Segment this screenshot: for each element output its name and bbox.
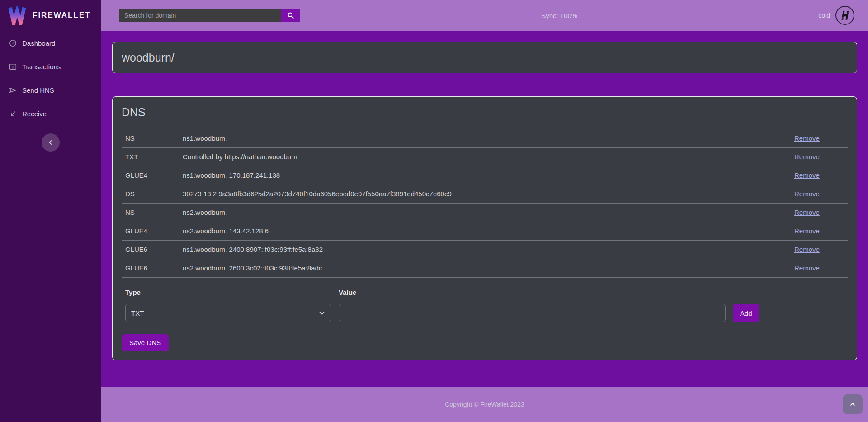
main-area: woodburn/ DNS NS ns1.woodburn. Remove TX…	[101, 31, 868, 387]
sidebar-item-label: Send HNS	[22, 86, 54, 94]
record-type: GLUE4	[122, 166, 179, 185]
brand-name: FIREWALLET	[33, 11, 91, 20]
value-column-header: Value	[335, 285, 729, 300]
type-column-header: Type	[122, 285, 335, 300]
record-type: NS	[122, 129, 179, 148]
remove-record-link[interactable]: Remove	[794, 264, 820, 272]
sidebar: FIREWALLET Dashboard	[0, 0, 101, 422]
remove-record-link[interactable]: Remove	[794, 227, 820, 235]
search-button[interactable]	[281, 9, 300, 22]
remove-record-link[interactable]: Remove	[794, 153, 820, 161]
domain-title-card: woodburn/	[112, 42, 857, 73]
record-value: ns1.woodburn. 170.187.241.138	[179, 166, 791, 185]
sidebar-item-label: Receive	[22, 110, 47, 118]
brand[interactable]: FIREWALLET	[0, 0, 101, 31]
sync-status: Sync: 100%	[300, 12, 818, 19]
remove-record-link[interactable]: Remove	[794, 134, 820, 142]
chevron-left-icon	[47, 139, 54, 146]
dns-record-row: NS ns1.woodburn. Remove	[122, 129, 848, 148]
hns-logo-icon[interactable]	[835, 6, 854, 25]
dns-record-row: GLUE6 ns1.woodburn. 2400:8907::f03c:93ff…	[122, 241, 848, 259]
dns-card: DNS NS ns1.woodburn. Remove TXT Controll…	[112, 96, 857, 360]
record-value: ns2.woodburn. 143.42.128.6	[179, 222, 791, 241]
dns-record-row: TXT Controlled by https://nathan.woodbur…	[122, 148, 848, 166]
app-root: FIREWALLET Dashboard	[0, 0, 868, 422]
remove-record-link[interactable]: Remove	[794, 171, 820, 179]
record-type: GLUE6	[122, 259, 179, 278]
save-dns-button[interactable]: Save DNS	[122, 334, 169, 351]
record-type: DS	[122, 185, 179, 204]
add-record-button[interactable]: Add	[733, 304, 760, 322]
record-value: ns2.woodburn. 2600:3c02::f03c:93ff:fe5a:…	[179, 259, 791, 278]
wallet-indicator: cold	[818, 6, 854, 25]
remove-record-link[interactable]: Remove	[794, 209, 820, 216]
record-value-input[interactable]	[339, 304, 726, 322]
record-value: ns2.woodburn.	[179, 204, 791, 222]
sidebar-item-transactions[interactable]: Transactions	[0, 55, 101, 78]
firewallet-logo-icon	[8, 6, 26, 25]
dns-record-row: GLUE4 ns1.woodburn. 170.187.241.138 Remo…	[122, 166, 848, 185]
sidebar-item-send-hns[interactable]: Send HNS	[0, 78, 101, 102]
sidebar-collapse-button[interactable]	[42, 133, 60, 152]
dns-records-table: NS ns1.woodburn. Remove TXT Controlled b…	[122, 129, 848, 278]
record-value: 30273 13 2 9a3a8fb3d625d2a2073d740f10da6…	[179, 185, 791, 204]
dns-record-row: NS ns2.woodburn. Remove	[122, 204, 848, 222]
footer: Copyright © FireWallet 2023	[101, 387, 868, 422]
add-record-row: TXT	[122, 300, 848, 326]
wallet-name: cold	[818, 12, 830, 19]
page-title: woodburn/	[122, 51, 175, 64]
add-record-table: Type Value TXT	[122, 285, 848, 326]
sidebar-item-label: Dashboard	[22, 39, 55, 47]
dashboard-gauge-icon	[9, 39, 17, 47]
send-icon	[9, 86, 17, 94]
record-value: ns1.woodburn.	[179, 129, 791, 148]
search-input[interactable]	[119, 9, 281, 22]
sidebar-nav: Dashboard Transactions S	[0, 31, 101, 125]
record-type: NS	[122, 204, 179, 222]
content-column: Sync: 100% cold woodburn/	[101, 0, 868, 422]
chevron-up-icon	[849, 401, 856, 408]
dns-record-row: GLUE4 ns2.woodburn. 143.42.128.6 Remove	[122, 222, 848, 241]
dns-record-row: GLUE6 ns2.woodburn. 2600:3c02::f03c:93ff…	[122, 259, 848, 278]
topbar: Sync: 100% cold	[101, 0, 868, 31]
record-type-select[interactable]: TXT	[125, 304, 331, 322]
remove-record-link[interactable]: Remove	[794, 246, 820, 253]
remove-record-link[interactable]: Remove	[794, 190, 820, 198]
sidebar-item-receive[interactable]: Receive	[0, 102, 101, 125]
dns-heading: DNS	[122, 106, 848, 119]
record-type: GLUE6	[122, 241, 179, 259]
search-icon	[287, 12, 294, 19]
record-type: TXT	[122, 148, 179, 166]
copyright: Copyright © FireWallet 2023	[445, 401, 524, 408]
record-type: GLUE4	[122, 222, 179, 241]
sidebar-item-dashboard[interactable]: Dashboard	[0, 31, 101, 55]
record-value: Controlled by https://nathan.woodburn	[179, 148, 791, 166]
dns-record-row: DS 30273 13 2 9a3a8fb3d625d2a2073d740f10…	[122, 185, 848, 204]
receive-arrow-icon	[9, 110, 17, 118]
sidebar-item-label: Transactions	[22, 63, 61, 71]
scroll-top-button[interactable]	[843, 394, 863, 414]
transactions-table-icon	[9, 63, 17, 71]
record-value: ns1.woodburn. 2400:8907::f03c:93ff:fe5a:…	[179, 241, 791, 259]
domain-search	[119, 9, 300, 22]
